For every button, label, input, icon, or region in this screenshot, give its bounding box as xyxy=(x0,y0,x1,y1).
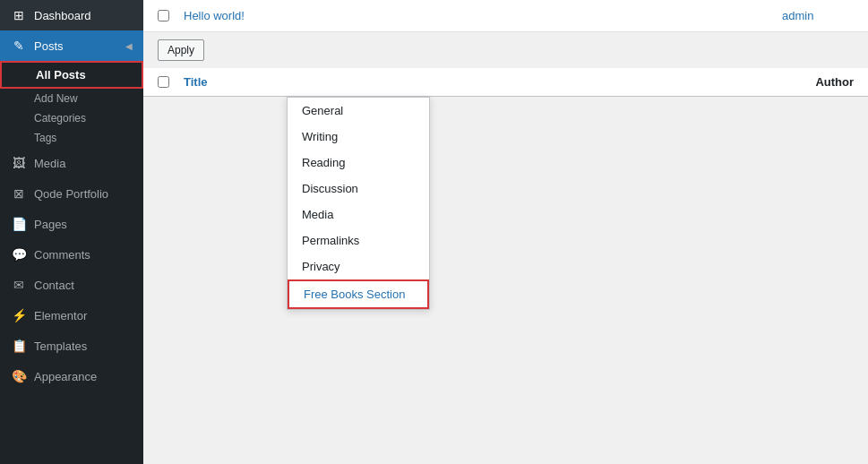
posts-arrow-icon: ◀ xyxy=(125,41,133,51)
table-column-headers: Title Author xyxy=(143,68,868,97)
elementor-icon: ⚡ xyxy=(11,307,27,323)
select-all-checkbox[interactable] xyxy=(158,76,169,88)
dropdown-item-media[interactable]: Media xyxy=(288,202,429,228)
dropdown-item-writing[interactable]: Writing xyxy=(288,124,429,150)
sidebar-item-comments[interactable]: 💬 Comments xyxy=(0,239,143,270)
media-icon: 🖼 xyxy=(11,155,27,171)
posts-icon: ✎ xyxy=(11,38,27,54)
dropdown-item-privacy[interactable]: Privacy xyxy=(288,253,429,279)
contact-icon: ✉ xyxy=(11,277,27,293)
sidebar-item-elementor[interactable]: ⚡ Elementor xyxy=(0,300,143,331)
sidebar-item-categories[interactable]: Categories xyxy=(0,108,143,128)
col-title-header[interactable]: Title xyxy=(184,75,208,89)
dropdown-item-discussion[interactable]: Discussion xyxy=(288,176,429,202)
dropdown-item-reading[interactable]: Reading xyxy=(288,150,429,176)
dropdown-item-free-books[interactable]: Free Books Section xyxy=(288,279,429,309)
dashboard-icon: ⊞ xyxy=(11,7,27,23)
dropdown-item-permalinks[interactable]: Permalinks xyxy=(288,228,429,253)
filter-row: Apply xyxy=(143,32,868,68)
row-author-hello-world: admin xyxy=(782,9,854,22)
comments-icon: 💬 xyxy=(11,246,27,262)
sidebar-item-dashboard[interactable]: ⊞ Dashboard xyxy=(0,0,143,30)
main-content: Hello world! admin Apply Title Author Ge… xyxy=(143,0,868,464)
sidebar-item-contact[interactable]: ✉ Contact xyxy=(0,270,143,300)
sidebar-item-add-new[interactable]: Add New xyxy=(0,89,143,108)
col-author-header: Author xyxy=(815,75,854,89)
sidebar-item-pages[interactable]: 📄 Pages xyxy=(0,209,143,239)
qode-portfolio-icon: ⊠ xyxy=(11,185,27,202)
row-title-hello-world[interactable]: Hello world! xyxy=(184,9,775,22)
sidebar-item-templates[interactable]: 📋 Templates xyxy=(0,331,143,361)
sidebar-item-tags[interactable]: Tags xyxy=(0,128,143,148)
sidebar-item-all-posts[interactable]: All Posts xyxy=(0,61,143,89)
sidebar-item-appearance[interactable]: 🎨 Appearance xyxy=(0,361,143,391)
content-area-empty xyxy=(143,97,868,464)
appearance-icon: 🎨 xyxy=(11,368,27,384)
sidebar-item-posts[interactable]: ✎ Posts ◀ xyxy=(0,30,143,61)
sidebar: ⊞ Dashboard ✎ Posts ◀ All Posts Add New … xyxy=(0,0,143,464)
templates-icon: 📋 xyxy=(11,338,27,354)
settings-dropdown-menu: General Writing Reading Discussion Media… xyxy=(287,97,430,310)
apply-button[interactable]: Apply xyxy=(158,39,204,61)
sidebar-item-media[interactable]: 🖼 Media xyxy=(0,148,143,178)
row-checkbox-hello-world[interactable] xyxy=(158,10,169,21)
sidebar-item-qode-portfolio[interactable]: ⊠ Qode Portfolio xyxy=(0,178,143,209)
dropdown-item-general[interactable]: General xyxy=(288,98,429,124)
pages-icon: 📄 xyxy=(11,216,27,232)
table-row-hello-world: Hello world! admin xyxy=(143,0,868,32)
